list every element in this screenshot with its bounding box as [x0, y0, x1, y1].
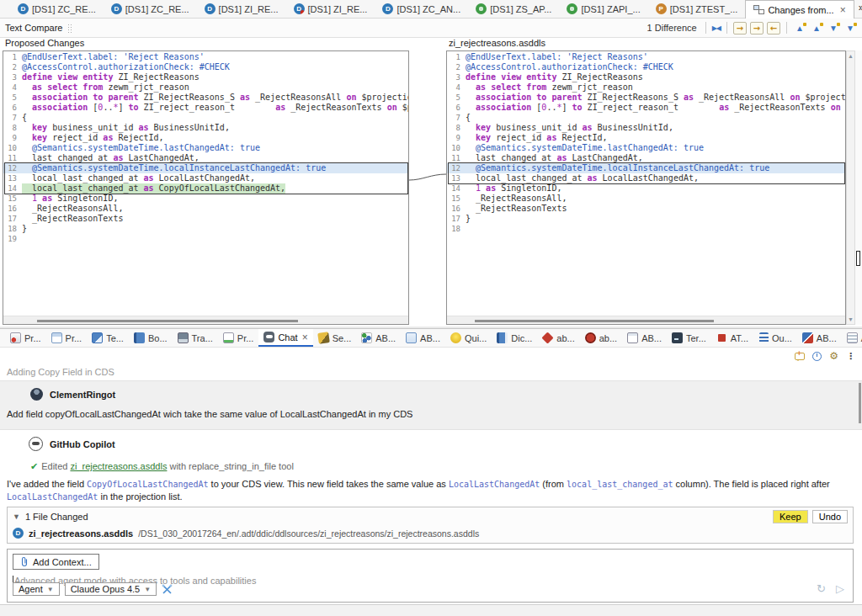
code-line[interactable]: 13 local_last_changed_at as LocalLastCha…: [3, 173, 408, 183]
scroll-up-icon[interactable]: ▲: [848, 53, 854, 59]
left-code-pane[interactable]: 1@EndUserText.label: 'Reject Reasons'2@A…: [3, 50, 409, 325]
view-tab-ab[interactable]: AB...: [797, 329, 842, 347]
code-line[interactable]: 15 _RejectReasonsAll,: [447, 194, 845, 204]
collapse-chevron-icon[interactable]: ▼: [13, 512, 20, 521]
code-line[interactable]: 14 local_last_changed_at as CopyOfLocalL…: [3, 183, 408, 194]
undo-button[interactable]: Undo: [812, 510, 848, 523]
vertical-scrollbar[interactable]: ▲ ▼: [846, 50, 855, 325]
code-line[interactable]: 5 association to parent ZI_RejectReasons…: [3, 93, 408, 103]
code-line[interactable]: 10 @Semantics.systemDateTime.lastChanged…: [447, 143, 845, 153]
code-line[interactable]: 1@EndUserText.label: 'Reject Reasons': [447, 52, 845, 62]
view-tab-pr[interactable]: Pr...: [5, 329, 46, 347]
view-tab-tra[interactable]: Tra...: [173, 329, 218, 347]
view-tab-ab[interactable]: AB...: [356, 329, 401, 347]
view-tab-at[interactable]: AT...: [711, 329, 753, 347]
next-difference-icon[interactable]: ▲: [793, 24, 806, 33]
previous-difference-icon[interactable]: ▲: [810, 24, 823, 33]
code-line[interactable]: 1@EndUserText.label: 'Reject Reasons': [3, 52, 408, 62]
keep-button[interactable]: Keep: [773, 510, 808, 523]
chat-history-icon[interactable]: [812, 352, 822, 361]
send-icon[interactable]: ▷: [836, 583, 844, 594]
code-line[interactable]: 15 1 as SingletonID,: [3, 194, 408, 204]
code-line[interactable]: 8 key business_unit_id as BusinessUnitId…: [3, 123, 408, 133]
code-line[interactable]: 4 as select from zewm_rjct_reason: [3, 82, 408, 93]
right-horizontal-scrollbar[interactable]: [447, 316, 845, 324]
code-line[interactable]: 11 last_changed_at as LastChangedAt,: [447, 153, 845, 163]
close-icon[interactable]: ×: [840, 6, 846, 14]
view-tab-bo[interactable]: Bo...: [129, 329, 173, 347]
view-tab-pr[interactable]: Pr...: [218, 329, 259, 347]
editor-tab[interactable]: D[DS1] ZC_RE...: [10, 0, 104, 18]
diff-overview-marker[interactable]: [856, 251, 860, 266]
code-line[interactable]: 7{: [3, 113, 408, 123]
code-line[interactable]: 3define view entity ZI_RejectReasons: [3, 72, 408, 82]
code-line[interactable]: 2@AccessControl.authorizationCheck: #CHE…: [447, 62, 845, 72]
right-hscroll-thumb[interactable]: [475, 320, 714, 322]
code-line[interactable]: 9 key reject_id as RejectId,: [3, 133, 408, 143]
chat-scrollbar-thumb[interactable]: [859, 383, 861, 423]
code-line[interactable]: 18: [447, 224, 845, 234]
code-line[interactable]: 6 association [0..*] to ZI_reject_reason…: [447, 103, 845, 113]
editor-tab[interactable]: D[DS1] ZC_AN...: [375, 0, 468, 18]
code-line[interactable]: 5 association to parent ZI_RejectReasons…: [447, 93, 845, 103]
configure-tools-icon[interactable]: [162, 584, 173, 595]
code-line[interactable]: 10 @Semantics.systemDateTime.lastChanged…: [3, 143, 408, 153]
swap-panes-icon[interactable]: ▶◀: [712, 24, 721, 32]
view-tab-ab[interactable]: AB...: [401, 329, 445, 347]
editor-tab[interactable]: Changes from...×: [745, 0, 854, 19]
editor-tab[interactable]: D[DS1] ZC_RE...: [104, 0, 197, 18]
code-line[interactable]: 19: [3, 234, 408, 244]
view-tab-ter[interactable]: Ter...: [667, 329, 711, 347]
code-line[interactable]: 6 association [0..*] to ZI_reject_reason…: [3, 103, 408, 113]
tab-overflow-indicator[interactable]: »4: [859, 2, 862, 15]
code-line[interactable]: 9 key reject_id as RejectId,: [447, 133, 845, 143]
editor-tab[interactable]: [DS1] ZS_AP...: [468, 0, 559, 18]
code-line[interactable]: 16 _RejectReasonsAll,: [3, 204, 408, 214]
code-line[interactable]: 17}: [447, 214, 845, 224]
code-line[interactable]: 12 @Semantics.systemDateTime.localInstan…: [3, 163, 408, 173]
left-hscroll-thumb[interactable]: [37, 320, 298, 322]
view-tab-ab[interactable]: ab...: [580, 329, 622, 347]
mode-select[interactable]: Agent ▼: [13, 582, 60, 596]
editor-tab[interactable]: D[DS1] ZI_RE...: [197, 0, 286, 18]
code-line[interactable]: 4 as select from zewm_rjct_reason: [447, 82, 845, 93]
edited-file-link[interactable]: zi_rejectreasons.asddls: [70, 461, 167, 471]
right-code-pane[interactable]: 1@EndUserText.label: 'Reject Reasons'2@A…: [446, 50, 846, 325]
next-change-icon[interactable]: ▼: [827, 24, 840, 33]
retry-icon[interactable]: ↻: [817, 583, 826, 594]
editor-tab[interactable]: D[DS1] ZI_RE...: [286, 0, 375, 18]
left-horizontal-scrollbar[interactable]: [3, 316, 408, 324]
code-line[interactable]: 18}: [3, 224, 408, 234]
view-tab-dic[interactable]: Dic...: [492, 329, 537, 347]
previous-change-icon[interactable]: ▼: [843, 24, 857, 33]
scroll-down-icon[interactable]: ▼: [848, 316, 854, 322]
code-line[interactable]: 12 @Semantics.systemDateTime.localInstan…: [447, 163, 845, 173]
code-line[interactable]: 2@AccessControl.authorizationCheck: #CHE…: [3, 62, 408, 72]
close-icon[interactable]: ×: [302, 333, 308, 342]
code-line[interactable]: 11 last_changed_at as LastChangedAt,: [3, 153, 408, 163]
chat-input-area[interactable]: Add Context... Advanced agent mode with …: [7, 549, 854, 603]
view-tab-pr[interactable]: Pr...: [46, 329, 88, 347]
view-tab-chat[interactable]: Chat×: [258, 329, 312, 347]
editor-tab[interactable]: [DS1] ZAPI_...: [559, 0, 647, 18]
add-context-button[interactable]: Add Context...: [13, 554, 99, 570]
copy-current-right-to-left-icon[interactable]: ←: [767, 22, 780, 35]
editor-tab[interactable]: P[DS1] ZTEST_...: [648, 0, 746, 18]
view-tab-qui[interactable]: Qui...: [445, 329, 492, 347]
view-tab-se[interactable]: Se...: [313, 329, 357, 347]
settings-gear-icon[interactable]: ⚙: [829, 351, 838, 361]
view-tab-ab[interactable]: ab...: [537, 329, 579, 347]
changed-file-row[interactable]: D zi_rejectreasons.asddls /DS1_030_20017…: [8, 526, 853, 539]
view-menu-icon[interactable]: ⋮: [846, 351, 855, 362]
code-line[interactable]: 7{: [447, 113, 845, 123]
code-line[interactable]: 13 local_last_changed_at as LocalLastCha…: [447, 173, 845, 183]
copy-current-left-to-right-icon[interactable]: →: [750, 22, 764, 35]
code-line[interactable]: 3define view entity ZI_RejectReasons: [447, 72, 845, 82]
view-tab-ou[interactable]: Ou...: [753, 329, 797, 347]
new-chat-icon[interactable]: [795, 353, 805, 360]
model-select[interactable]: Claude Opus 4.5 ▼: [65, 582, 157, 596]
view-tab-ab[interactable]: AB...: [622, 329, 667, 347]
code-line[interactable]: 14 1 as SingletonID,: [447, 183, 845, 194]
toolbar-grip[interactable]: [67, 24, 72, 33]
copy-all-left-to-right-icon[interactable]: →: [733, 22, 747, 35]
